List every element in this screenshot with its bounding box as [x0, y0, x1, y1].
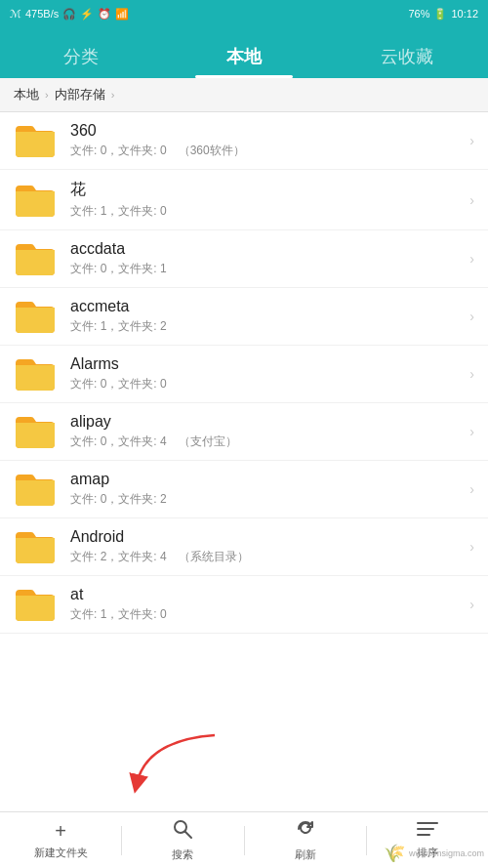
plus-icon: +: [55, 820, 66, 843]
breadcrumb-home[interactable]: 本地: [14, 86, 39, 103]
file-item[interactable]: alipay 文件: 0，文件夹: 4 （支付宝） ›: [0, 403, 488, 461]
tab-yunshoucan-label: 云收藏: [381, 47, 433, 66]
file-meta: 文件: 2，文件夹: 4 （系统目录）: [70, 549, 466, 565]
file-meta: 文件: 0，文件夹: 2: [70, 491, 466, 508]
folder-icon: [14, 413, 57, 450]
chevron-right-icon: ›: [469, 366, 474, 382]
file-name: at: [70, 586, 466, 603]
tab-fenlei-label: 分类: [63, 47, 99, 66]
chevron-right-icon: ›: [469, 133, 474, 148]
file-meta: 文件: 0，文件夹: 0 （360软件）: [70, 143, 466, 159]
folder-icon: [14, 298, 57, 335]
breadcrumb-sep-1: ›: [45, 89, 49, 101]
nav-new-folder-label: 新建文件夹: [34, 846, 88, 860]
file-meta: 文件: 0，文件夹: 4 （支付宝）: [70, 434, 466, 450]
file-meta: 文件: 0，文件夹: 1: [70, 261, 466, 277]
sort-icon: [417, 820, 438, 843]
file-info: accmeta 文件: 1，文件夹: 2: [70, 298, 466, 335]
file-item[interactable]: accdata 文件: 0，文件夹: 1 ›: [0, 230, 488, 288]
nav-refresh-label: 刷新: [295, 847, 316, 862]
speed-indicator: 475B/s: [25, 8, 59, 20]
status-left: ℳ 475B/s 🎧 ⚡ ⏰ 📶: [10, 8, 129, 21]
breadcrumb-internal[interactable]: 内部存储: [55, 86, 105, 103]
chevron-right-icon: ›: [469, 481, 474, 497]
folder-icon: [14, 471, 57, 508]
chevron-right-icon: ›: [469, 597, 474, 612]
watermark-logo: 🌾: [384, 843, 405, 864]
tab-bendi[interactable]: 本地: [163, 45, 326, 78]
file-info: Alarms 文件: 0，文件夹: 0: [70, 355, 466, 393]
file-name: accmeta: [70, 298, 466, 315]
file-list: 360 文件: 0，文件夹: 0 （360软件） › 花 文件: 1，文件夹: …: [0, 112, 488, 808]
status-right: 76% 🔋 10:12: [408, 8, 478, 21]
file-name: Alarms: [70, 355, 466, 373]
chevron-right-icon: ›: [469, 251, 474, 267]
file-info: 花 文件: 1，文件夹: 0: [70, 180, 466, 220]
bluetooth-icon: 🎧: [62, 8, 76, 21]
file-name: 360: [70, 122, 466, 140]
file-item[interactable]: 360 文件: 0，文件夹: 0 （360软件） ›: [0, 112, 488, 170]
battery-percent: 76%: [408, 8, 429, 20]
bottom-nav: + 新建文件夹 搜索 刷新 排序 🌾: [0, 811, 488, 868]
tab-bar: 分类 本地 云收藏: [0, 27, 488, 78]
file-meta: 文件: 1，文件夹: 0: [70, 203, 466, 220]
folder-icon: [14, 182, 57, 219]
file-info: amap 文件: 0，文件夹: 2: [70, 471, 466, 508]
file-item[interactable]: accmeta 文件: 1，文件夹: 2 ›: [0, 288, 488, 346]
network-icon: ℳ: [10, 8, 21, 21]
file-info: alipay 文件: 0，文件夹: 4 （支付宝）: [70, 413, 466, 450]
wifi-icon: ⚡: [80, 8, 94, 21]
chevron-right-icon: ›: [469, 192, 474, 208]
refresh-icon: [295, 818, 316, 845]
file-meta: 文件: 0，文件夹: 0: [70, 376, 466, 393]
chevron-right-icon: ›: [469, 539, 474, 555]
svg-line-1: [185, 832, 192, 839]
breadcrumb-sep-2: ›: [111, 89, 115, 101]
watermark-url: www.xmsigma.com: [409, 848, 484, 858]
watermark: 🌾 www.xmsigma.com: [384, 843, 484, 864]
file-item[interactable]: Alarms 文件: 0，文件夹: 0 ›: [0, 346, 488, 403]
breadcrumb: 本地 › 内部存储 ›: [0, 78, 488, 112]
file-info: at 文件: 1，文件夹: 0: [70, 586, 466, 623]
file-item[interactable]: amap 文件: 0，文件夹: 2 ›: [0, 461, 488, 518]
nav-refresh[interactable]: 刷新: [245, 812, 366, 868]
battery-icon: 🔋: [433, 8, 447, 21]
folder-icon: [14, 122, 57, 159]
nav-search-label: 搜索: [172, 847, 193, 862]
status-bar: ℳ 475B/s 🎧 ⚡ ⏰ 📶 76% 🔋 10:12: [0, 0, 488, 27]
file-item[interactable]: Android 文件: 2，文件夹: 4 （系统目录） ›: [0, 518, 488, 576]
file-item[interactable]: at 文件: 1，文件夹: 0 ›: [0, 576, 488, 634]
nav-new-folder[interactable]: + 新建文件夹: [0, 812, 121, 868]
alarm-icon: ⏰: [98, 8, 111, 21]
file-name: Android: [70, 528, 466, 546]
file-meta: 文件: 1，文件夹: 2: [70, 318, 466, 335]
file-name: accdata: [70, 240, 466, 258]
tab-bendi-label: 本地: [226, 47, 262, 66]
signal-icon: 📶: [115, 8, 129, 21]
file-meta: 文件: 1，文件夹: 0: [70, 606, 466, 623]
search-icon: [172, 818, 193, 845]
tab-fenlei[interactable]: 分类: [0, 45, 163, 78]
file-info: accdata 文件: 0，文件夹: 1: [70, 240, 466, 277]
tab-yunshoucan[interactable]: 云收藏: [325, 45, 488, 78]
file-info: 360 文件: 0，文件夹: 0 （360软件）: [70, 122, 466, 159]
file-item[interactable]: 花 文件: 1，文件夹: 0 ›: [0, 170, 488, 230]
folder-icon: [14, 355, 57, 393]
folder-icon: [14, 586, 57, 623]
time-display: 10:12: [451, 8, 478, 20]
nav-search[interactable]: 搜索: [122, 812, 243, 868]
file-name: amap: [70, 471, 466, 488]
file-name: 花: [70, 180, 466, 200]
folder-icon: [14, 240, 57, 277]
folder-icon: [14, 528, 57, 565]
file-name: alipay: [70, 413, 466, 431]
file-info: Android 文件: 2，文件夹: 4 （系统目录）: [70, 528, 466, 565]
chevron-right-icon: ›: [469, 424, 474, 439]
chevron-right-icon: ›: [469, 309, 474, 324]
